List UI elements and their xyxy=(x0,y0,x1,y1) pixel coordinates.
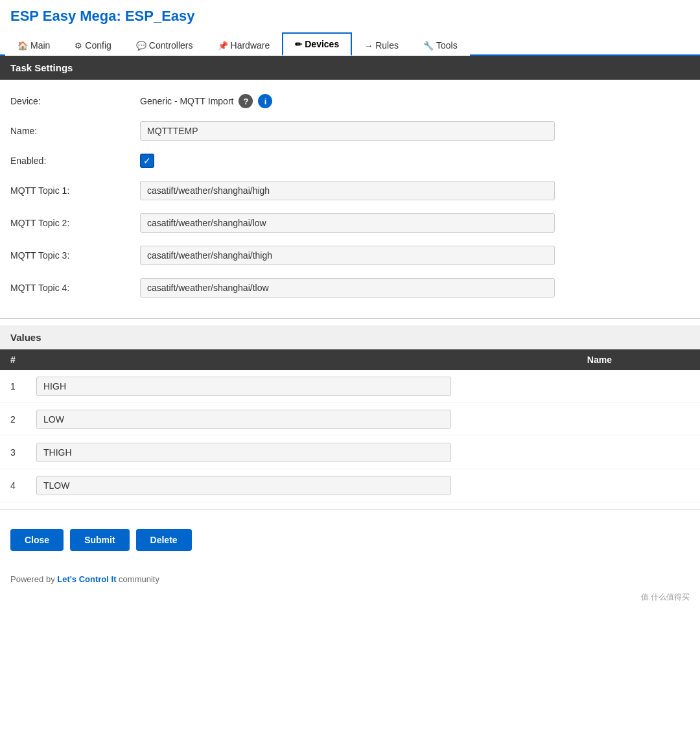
table-row: 4 xyxy=(0,469,700,502)
device-name-text: Generic - MQTT Import xyxy=(140,96,233,106)
mqtt-topic-1-row: MQTT Topic 1: xyxy=(10,174,690,207)
name-row: Name: xyxy=(10,115,690,147)
controllers-icon: 💬 xyxy=(136,41,146,51)
mqtt-topic-3-value xyxy=(140,246,690,265)
mqtt-topic-4-value xyxy=(140,278,690,298)
tools-icon: 🔧 xyxy=(423,41,434,51)
mqtt-topic-2-input[interactable] xyxy=(140,213,555,233)
values-section-header: Values xyxy=(0,325,700,349)
nav-item-hardware[interactable]: 📌 Hardware xyxy=(205,34,283,56)
table-col-name-header: Name xyxy=(36,355,690,365)
table-row: 3 xyxy=(0,436,700,469)
mqtt-topic-4-row: MQTT Topic 4: xyxy=(10,272,690,304)
page-title: ESP Easy Mega: ESP_Easy xyxy=(10,8,690,25)
nav-label-main: Main xyxy=(30,40,50,51)
table-row: 2 xyxy=(0,403,700,436)
nav-label-rules: Rules xyxy=(375,40,399,51)
value-input-1[interactable] xyxy=(36,377,451,396)
device-row: Device: Generic - MQTT Import ? i xyxy=(10,88,690,115)
row-num-2: 2 xyxy=(10,414,36,425)
hardware-icon: 📌 xyxy=(218,41,228,51)
row-num-4: 4 xyxy=(10,480,36,491)
enabled-value: ✓ xyxy=(140,154,690,168)
task-settings-header: Task Settings xyxy=(0,56,700,80)
nav-label-hardware: Hardware xyxy=(231,40,270,51)
buttons-area: Close Submit Delete xyxy=(0,516,700,564)
watermark: 值 什么值得买 xyxy=(0,592,700,603)
enabled-checkbox[interactable]: ✓ xyxy=(140,154,154,168)
rules-icon: → xyxy=(364,41,373,51)
table-col-num-header: # xyxy=(10,355,36,365)
footer-link[interactable]: Let's Control It xyxy=(57,574,116,584)
value-input-2[interactable] xyxy=(36,410,451,429)
nav-item-controllers[interactable]: 💬 Controllers xyxy=(124,34,205,56)
mqtt-topic-4-label: MQTT Topic 4: xyxy=(10,283,140,293)
row-num-3: 3 xyxy=(10,447,36,458)
home-icon: 🏠 xyxy=(18,41,28,51)
row-num-1: 1 xyxy=(10,381,36,392)
mqtt-topic-1-input[interactable] xyxy=(140,181,555,200)
nav-item-config[interactable]: ⚙ Config xyxy=(62,34,123,56)
nav-item-main[interactable]: 🏠 Main xyxy=(5,34,62,56)
value-input-3[interactable] xyxy=(36,443,451,462)
nav-label-controllers: Controllers xyxy=(149,40,193,51)
form-area: Device: Generic - MQTT Import ? i Name: … xyxy=(0,80,700,312)
enabled-row: Enabled: ✓ xyxy=(10,147,690,174)
page-wrapper: ESP Easy Mega: ESP_Easy 🏠 Main ⚙ Config … xyxy=(0,0,700,737)
nav-label-config: Config xyxy=(85,40,111,51)
footer-prefix: Powered by xyxy=(10,574,57,584)
mqtt-topic-2-row: MQTT Topic 2: xyxy=(10,207,690,239)
enabled-label: Enabled: xyxy=(10,156,140,166)
device-label: Device: xyxy=(10,96,140,106)
mqtt-topic-4-input[interactable] xyxy=(140,278,555,298)
divider-2 xyxy=(0,509,700,509)
name-label: Name: xyxy=(10,126,140,136)
help-icon[interactable]: ? xyxy=(239,94,253,108)
close-button[interactable]: Close xyxy=(10,529,64,551)
mqtt-topic-3-label: MQTT Topic 3: xyxy=(10,250,140,261)
nav-item-devices[interactable]: ✏ Devices xyxy=(282,32,352,56)
mqtt-topic-2-value xyxy=(140,213,690,233)
header: ESP Easy Mega: ESP_Easy xyxy=(0,0,700,32)
info-icon[interactable]: i xyxy=(258,94,272,108)
values-table-body: 1 2 3 4 xyxy=(0,370,700,502)
values-table-header: # Name xyxy=(0,349,700,370)
mqtt-topic-2-label: MQTT Topic 2: xyxy=(10,218,140,228)
nav-item-tools[interactable]: 🔧 Tools xyxy=(411,34,470,56)
nav-item-rules[interactable]: → Rules xyxy=(352,34,411,56)
mqtt-topic-3-row: MQTT Topic 3: xyxy=(10,239,690,272)
name-value xyxy=(140,121,690,141)
mqtt-topic-1-label: MQTT Topic 1: xyxy=(10,185,140,196)
delete-button[interactable]: Delete xyxy=(136,529,192,551)
footer: Powered by Let's Control It community xyxy=(0,564,700,589)
divider-1 xyxy=(0,318,700,319)
nav-bar: 🏠 Main ⚙ Config 💬 Controllers 📌 Hardware… xyxy=(0,32,700,56)
value-input-4[interactable] xyxy=(36,476,451,495)
mqtt-topic-1-value xyxy=(140,181,690,200)
name-input[interactable] xyxy=(140,121,555,141)
table-row: 1 xyxy=(0,370,700,403)
nav-label-tools: Tools xyxy=(436,40,458,51)
footer-suffix: community xyxy=(116,574,159,584)
devices-icon: ✏ xyxy=(295,40,302,49)
config-icon: ⚙ xyxy=(75,41,82,51)
device-value: Generic - MQTT Import ? i xyxy=(140,94,690,108)
nav-label-devices: Devices xyxy=(305,39,339,49)
mqtt-topic-3-input[interactable] xyxy=(140,246,555,265)
submit-button[interactable]: Submit xyxy=(70,529,129,551)
